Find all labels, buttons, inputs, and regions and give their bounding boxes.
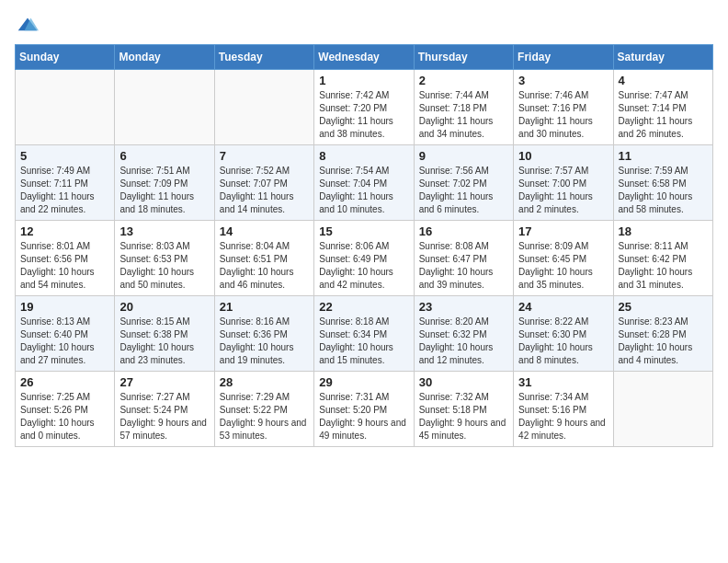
calendar-table: SundayMondayTuesdayWednesdayThursdayFrid… — [15, 44, 713, 447]
day-info: Sunrise: 7:31 AMSunset: 5:20 PMDaylight:… — [319, 391, 408, 442]
calendar-day-cell: 24Sunrise: 8:22 AMSunset: 6:30 PMDayligh… — [514, 296, 613, 372]
day-number: 15 — [319, 224, 408, 238]
day-info: Sunrise: 7:52 AMSunset: 7:07 PMDaylight:… — [220, 165, 309, 216]
calendar-day-cell: 23Sunrise: 8:20 AMSunset: 6:32 PMDayligh… — [414, 296, 513, 372]
day-info: Sunrise: 8:03 AMSunset: 6:53 PMDaylight:… — [119, 240, 209, 292]
day-info: Sunrise: 8:20 AMSunset: 6:32 PMDaylight:… — [419, 316, 508, 367]
day-number: 23 — [419, 300, 508, 314]
day-number: 31 — [518, 375, 608, 389]
calendar-day-cell — [115, 70, 214, 145]
day-info: Sunrise: 7:42 AMSunset: 7:20 PMDaylight:… — [319, 89, 408, 141]
day-number: 24 — [518, 300, 608, 314]
day-info: Sunrise: 7:25 AMSunset: 5:26 PMDaylight:… — [20, 391, 109, 442]
day-number: 1 — [319, 74, 408, 87]
day-number: 28 — [220, 375, 309, 389]
day-number: 14 — [220, 224, 309, 238]
day-info: Sunrise: 7:47 AMSunset: 7:14 PMDaylight:… — [619, 89, 708, 141]
day-number: 5 — [20, 149, 109, 163]
calendar-day-cell: 26Sunrise: 7:25 AMSunset: 5:26 PMDayligh… — [16, 372, 115, 447]
day-info: Sunrise: 8:13 AMSunset: 6:40 PMDaylight:… — [20, 316, 109, 367]
calendar-day-cell: 4Sunrise: 7:47 AMSunset: 7:14 PMDaylight… — [613, 70, 712, 145]
day-info: Sunrise: 8:06 AMSunset: 6:49 PMDaylight:… — [319, 240, 408, 292]
day-number: 22 — [319, 300, 408, 314]
weekday-header: Thursday — [414, 45, 513, 70]
day-number: 7 — [220, 149, 309, 163]
calendar-day-cell: 5Sunrise: 7:49 AMSunset: 7:11 PMDaylight… — [16, 145, 115, 221]
day-info: Sunrise: 7:56 AMSunset: 7:02 PMDaylight:… — [419, 165, 508, 216]
calendar-week-row: 19Sunrise: 8:13 AMSunset: 6:40 PMDayligh… — [16, 296, 713, 372]
day-info: Sunrise: 7:32 AMSunset: 5:18 PMDaylight:… — [419, 391, 508, 442]
day-number: 11 — [619, 149, 708, 163]
calendar-day-cell — [16, 70, 115, 145]
day-number: 13 — [119, 224, 209, 238]
calendar-day-cell — [613, 372, 712, 447]
calendar-day-cell: 28Sunrise: 7:29 AMSunset: 5:22 PMDayligh… — [214, 372, 313, 447]
day-info: Sunrise: 8:08 AMSunset: 6:47 PMDaylight:… — [419, 240, 508, 292]
day-info: Sunrise: 7:49 AMSunset: 7:11 PMDaylight:… — [20, 165, 109, 216]
calendar-day-cell: 15Sunrise: 8:06 AMSunset: 6:49 PMDayligh… — [314, 221, 414, 296]
weekday-header: Sunday — [16, 45, 115, 70]
day-info: Sunrise: 8:11 AMSunset: 6:42 PMDaylight:… — [619, 240, 708, 292]
day-number: 4 — [619, 74, 708, 87]
day-number: 9 — [419, 149, 508, 163]
day-info: Sunrise: 7:51 AMSunset: 7:09 PMDaylight:… — [119, 165, 209, 216]
day-info: Sunrise: 7:54 AMSunset: 7:04 PMDaylight:… — [319, 165, 408, 216]
day-number: 30 — [419, 375, 508, 389]
calendar-day-cell: 17Sunrise: 8:09 AMSunset: 6:45 PMDayligh… — [514, 221, 613, 296]
calendar-day-cell: 3Sunrise: 7:46 AMSunset: 7:16 PMDaylight… — [514, 70, 613, 145]
calendar-day-cell: 2Sunrise: 7:44 AMSunset: 7:18 PMDaylight… — [414, 70, 513, 145]
weekday-header: Monday — [115, 45, 214, 70]
calendar-day-cell: 29Sunrise: 7:31 AMSunset: 5:20 PMDayligh… — [314, 372, 414, 447]
day-number: 19 — [20, 300, 109, 314]
calendar-day-cell: 10Sunrise: 7:57 AMSunset: 7:00 PMDayligh… — [514, 145, 613, 221]
calendar-day-cell: 12Sunrise: 8:01 AMSunset: 6:56 PMDayligh… — [16, 221, 115, 296]
calendar-day-cell: 18Sunrise: 8:11 AMSunset: 6:42 PMDayligh… — [613, 221, 712, 296]
day-number: 25 — [619, 300, 708, 314]
day-number: 27 — [119, 375, 209, 389]
calendar-day-cell — [214, 70, 313, 145]
day-info: Sunrise: 7:29 AMSunset: 5:22 PMDaylight:… — [220, 391, 309, 442]
calendar-week-row: 12Sunrise: 8:01 AMSunset: 6:56 PMDayligh… — [16, 221, 713, 296]
calendar-day-cell: 31Sunrise: 7:34 AMSunset: 5:16 PMDayligh… — [514, 372, 613, 447]
calendar-day-cell: 22Sunrise: 8:18 AMSunset: 6:34 PMDayligh… — [314, 296, 414, 372]
weekday-header: Tuesday — [214, 45, 313, 70]
day-info: Sunrise: 7:34 AMSunset: 5:16 PMDaylight:… — [518, 391, 608, 442]
calendar-day-cell: 11Sunrise: 7:59 AMSunset: 6:58 PMDayligh… — [613, 145, 712, 221]
day-info: Sunrise: 7:46 AMSunset: 7:16 PMDaylight:… — [518, 89, 608, 141]
day-number: 16 — [419, 224, 508, 238]
day-number: 26 — [20, 375, 109, 389]
day-info: Sunrise: 8:23 AMSunset: 6:28 PMDaylight:… — [619, 316, 708, 367]
page: SundayMondayTuesdayWednesdayThursdayFrid… — [0, 0, 728, 456]
calendar-day-cell: 8Sunrise: 7:54 AMSunset: 7:04 PMDaylight… — [314, 145, 414, 221]
calendar-day-cell: 27Sunrise: 7:27 AMSunset: 5:24 PMDayligh… — [115, 372, 214, 447]
calendar-day-cell: 6Sunrise: 7:51 AMSunset: 7:09 PMDaylight… — [115, 145, 214, 221]
logo — [15, 15, 39, 37]
day-info: Sunrise: 8:04 AMSunset: 6:51 PMDaylight:… — [220, 240, 309, 292]
day-info: Sunrise: 7:27 AMSunset: 5:24 PMDaylight:… — [119, 391, 209, 442]
calendar-day-cell: 30Sunrise: 7:32 AMSunset: 5:18 PMDayligh… — [414, 372, 513, 447]
calendar-day-cell: 20Sunrise: 8:15 AMSunset: 6:38 PMDayligh… — [115, 296, 214, 372]
day-number: 18 — [619, 224, 708, 238]
day-number: 3 — [518, 74, 608, 87]
day-number: 20 — [119, 300, 209, 314]
calendar-day-cell: 13Sunrise: 8:03 AMSunset: 6:53 PMDayligh… — [115, 221, 214, 296]
calendar-day-cell: 9Sunrise: 7:56 AMSunset: 7:02 PMDaylight… — [414, 145, 513, 221]
calendar-week-row: 1Sunrise: 7:42 AMSunset: 7:20 PMDaylight… — [16, 70, 713, 145]
day-info: Sunrise: 7:57 AMSunset: 7:00 PMDaylight:… — [518, 165, 608, 216]
day-info: Sunrise: 8:22 AMSunset: 6:30 PMDaylight:… — [518, 316, 608, 367]
day-info: Sunrise: 7:44 AMSunset: 7:18 PMDaylight:… — [419, 89, 508, 141]
calendar-header-row: SundayMondayTuesdayWednesdayThursdayFrid… — [16, 45, 713, 70]
calendar-day-cell: 1Sunrise: 7:42 AMSunset: 7:20 PMDaylight… — [314, 70, 414, 145]
calendar-day-cell: 21Sunrise: 8:16 AMSunset: 6:36 PMDayligh… — [214, 296, 313, 372]
calendar-day-cell: 25Sunrise: 8:23 AMSunset: 6:28 PMDayligh… — [613, 296, 712, 372]
day-info: Sunrise: 8:09 AMSunset: 6:45 PMDaylight:… — [518, 240, 608, 292]
calendar-day-cell: 19Sunrise: 8:13 AMSunset: 6:40 PMDayligh… — [16, 296, 115, 372]
calendar-day-cell: 7Sunrise: 7:52 AMSunset: 7:07 PMDaylight… — [214, 145, 313, 221]
day-info: Sunrise: 7:59 AMSunset: 6:58 PMDaylight:… — [619, 165, 708, 216]
day-info: Sunrise: 8:15 AMSunset: 6:38 PMDaylight:… — [119, 316, 209, 367]
calendar-week-row: 26Sunrise: 7:25 AMSunset: 5:26 PMDayligh… — [16, 372, 713, 447]
calendar-week-row: 5Sunrise: 7:49 AMSunset: 7:11 PMDaylight… — [16, 145, 713, 221]
weekday-header: Friday — [514, 45, 613, 70]
day-info: Sunrise: 8:01 AMSunset: 6:56 PMDaylight:… — [20, 240, 109, 292]
day-number: 6 — [119, 149, 209, 163]
